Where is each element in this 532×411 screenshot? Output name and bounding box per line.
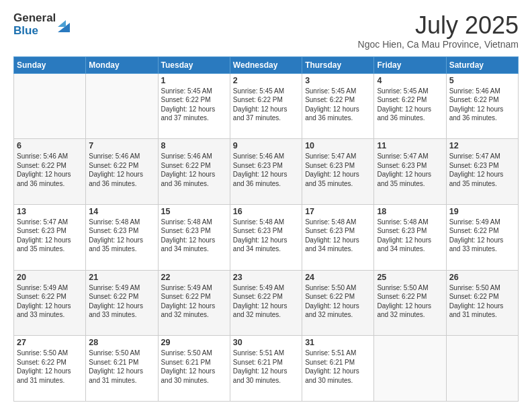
calendar-day-cell [86,73,158,139]
day-number: 17 [305,207,371,216]
day-number: 27 [17,338,83,347]
calendar-body: 1Sunrise: 5:45 AMSunset: 6:22 PMDaylight… [14,73,519,401]
day-number: 25 [377,273,443,282]
calendar-day-cell: 5Sunrise: 5:46 AMSunset: 6:22 PMDaylight… [446,73,518,139]
day-info: Sunrise: 5:45 AMSunset: 6:22 PMDaylight:… [305,87,371,123]
calendar-day-cell: 25Sunrise: 5:50 AMSunset: 6:22 PMDayligh… [374,270,446,336]
day-info: Sunrise: 5:45 AMSunset: 6:22 PMDaylight:… [233,87,299,123]
day-info: Sunrise: 5:50 AMSunset: 6:22 PMDaylight:… [17,349,83,385]
calendar-day-cell: 4Sunrise: 5:45 AMSunset: 6:22 PMDaylight… [374,73,446,139]
calendar-day-cell [446,336,518,402]
day-number: 19 [449,207,515,216]
calendar-day-cell: 13Sunrise: 5:47 AMSunset: 6:23 PMDayligh… [14,204,86,270]
calendar-day-cell: 9Sunrise: 5:46 AMSunset: 6:23 PMDaylight… [230,139,302,205]
day-number: 5 [449,76,515,85]
title-block: July 2025 Ngoc Hien, Ca Mau Province, Vi… [358,12,519,50]
day-info: Sunrise: 5:50 AMSunset: 6:22 PMDaylight:… [377,283,443,320]
day-info: Sunrise: 5:46 AMSunset: 6:23 PMDaylight:… [233,152,299,188]
day-info: Sunrise: 5:46 AMSunset: 6:22 PMDaylight:… [89,152,154,188]
calendar-day-cell: 21Sunrise: 5:49 AMSunset: 6:22 PMDayligh… [86,270,158,336]
calendar-header-cell: Sunday [14,56,86,73]
calendar-header-cell: Thursday [302,56,374,73]
svg-marker-1 [58,20,66,27]
day-number: 14 [89,207,154,216]
day-info: Sunrise: 5:48 AMSunset: 6:23 PMDaylight:… [233,218,299,254]
day-number: 28 [89,338,154,347]
day-number: 11 [377,141,443,150]
calendar-day-cell: 28Sunrise: 5:50 AMSunset: 6:21 PMDayligh… [86,336,158,402]
calendar-day-cell: 1Sunrise: 5:45 AMSunset: 6:22 PMDaylight… [158,73,230,139]
day-number: 9 [233,141,299,150]
day-number: 7 [89,141,154,150]
day-number: 29 [161,338,227,347]
day-info: Sunrise: 5:51 AMSunset: 6:21 PMDaylight:… [233,349,299,385]
calendar-day-cell: 2Sunrise: 5:45 AMSunset: 6:22 PMDaylight… [230,73,302,139]
day-number: 24 [305,273,371,282]
calendar-day-cell: 26Sunrise: 5:50 AMSunset: 6:22 PMDayligh… [446,270,518,336]
calendar-day-cell: 27Sunrise: 5:50 AMSunset: 6:22 PMDayligh… [14,336,86,402]
day-info: Sunrise: 5:47 AMSunset: 6:23 PMDaylight:… [449,152,515,188]
day-number: 15 [161,207,227,216]
calendar-week-row: 1Sunrise: 5:45 AMSunset: 6:22 PMDaylight… [14,73,519,139]
day-number: 18 [377,207,443,216]
header: General Blue July 2025 Ngoc Hien, Ca Mau… [13,12,519,50]
calendar-week-row: 27Sunrise: 5:50 AMSunset: 6:22 PMDayligh… [14,336,519,402]
day-number: 3 [305,76,371,85]
calendar-day-cell: 30Sunrise: 5:51 AMSunset: 6:21 PMDayligh… [230,336,302,402]
day-info: Sunrise: 5:45 AMSunset: 6:22 PMDaylight:… [377,87,443,123]
calendar-day-cell [14,73,86,139]
day-info: Sunrise: 5:46 AMSunset: 6:22 PMDaylight:… [17,152,83,188]
calendar-header-cell: Friday [374,56,446,73]
day-number: 10 [305,141,371,150]
day-info: Sunrise: 5:49 AMSunset: 6:22 PMDaylight:… [449,218,515,254]
day-number: 4 [377,76,443,85]
day-info: Sunrise: 5:46 AMSunset: 6:22 PMDaylight:… [449,87,515,123]
day-info: Sunrise: 5:47 AMSunset: 6:23 PMDaylight:… [377,152,443,188]
month-title: July 2025 [358,12,519,39]
calendar-day-cell: 6Sunrise: 5:46 AMSunset: 6:22 PMDaylight… [14,139,86,205]
day-info: Sunrise: 5:49 AMSunset: 6:22 PMDaylight:… [17,283,83,320]
calendar-header-cell: Wednesday [230,56,302,73]
page: General Blue July 2025 Ngoc Hien, Ca Mau… [0,0,532,411]
day-info: Sunrise: 5:48 AMSunset: 6:23 PMDaylight:… [377,218,443,254]
calendar-day-cell: 31Sunrise: 5:51 AMSunset: 6:21 PMDayligh… [302,336,374,402]
calendar-day-cell: 8Sunrise: 5:46 AMSunset: 6:22 PMDaylight… [158,139,230,205]
calendar-day-cell: 20Sunrise: 5:49 AMSunset: 6:22 PMDayligh… [14,270,86,336]
calendar: SundayMondayTuesdayWednesdayThursdayFrid… [13,56,519,402]
logo-general: General [13,12,56,25]
day-number: 13 [17,207,83,216]
day-info: Sunrise: 5:48 AMSunset: 6:23 PMDaylight:… [305,218,371,254]
calendar-header-cell: Monday [86,56,158,73]
day-number: 21 [89,273,154,282]
day-info: Sunrise: 5:51 AMSunset: 6:21 PMDaylight:… [305,349,371,385]
calendar-day-cell: 3Sunrise: 5:45 AMSunset: 6:22 PMDaylight… [302,73,374,139]
logo-icon [58,17,70,32]
day-info: Sunrise: 5:50 AMSunset: 6:22 PMDaylight:… [305,283,371,320]
calendar-week-row: 20Sunrise: 5:49 AMSunset: 6:22 PMDayligh… [14,270,519,336]
calendar-week-row: 6Sunrise: 5:46 AMSunset: 6:22 PMDaylight… [14,139,519,205]
day-info: Sunrise: 5:50 AMSunset: 6:22 PMDaylight:… [449,283,515,320]
calendar-day-cell: 11Sunrise: 5:47 AMSunset: 6:23 PMDayligh… [374,139,446,205]
day-number: 6 [17,141,83,150]
day-number: 23 [233,273,299,282]
calendar-day-cell: 19Sunrise: 5:49 AMSunset: 6:22 PMDayligh… [446,204,518,270]
calendar-header-cell: Saturday [446,56,518,73]
calendar-day-cell: 16Sunrise: 5:48 AMSunset: 6:23 PMDayligh… [230,204,302,270]
day-number: 31 [305,338,371,347]
calendar-day-cell: 23Sunrise: 5:49 AMSunset: 6:22 PMDayligh… [230,270,302,336]
logo-blue: Blue [13,25,56,38]
day-number: 1 [161,76,227,85]
day-number: 12 [449,141,515,150]
calendar-day-cell: 7Sunrise: 5:46 AMSunset: 6:22 PMDaylight… [86,139,158,205]
calendar-day-cell: 17Sunrise: 5:48 AMSunset: 6:23 PMDayligh… [302,204,374,270]
day-number: 8 [161,141,227,150]
calendar-day-cell [374,336,446,402]
day-info: Sunrise: 5:50 AMSunset: 6:21 PMDaylight:… [161,349,227,385]
calendar-header-cell: Tuesday [158,56,230,73]
day-number: 16 [233,207,299,216]
calendar-day-cell: 22Sunrise: 5:49 AMSunset: 6:22 PMDayligh… [158,270,230,336]
day-info: Sunrise: 5:46 AMSunset: 6:22 PMDaylight:… [161,152,227,188]
calendar-day-cell: 18Sunrise: 5:48 AMSunset: 6:23 PMDayligh… [374,204,446,270]
day-number: 26 [449,273,515,282]
calendar-day-cell: 14Sunrise: 5:48 AMSunset: 6:23 PMDayligh… [86,204,158,270]
